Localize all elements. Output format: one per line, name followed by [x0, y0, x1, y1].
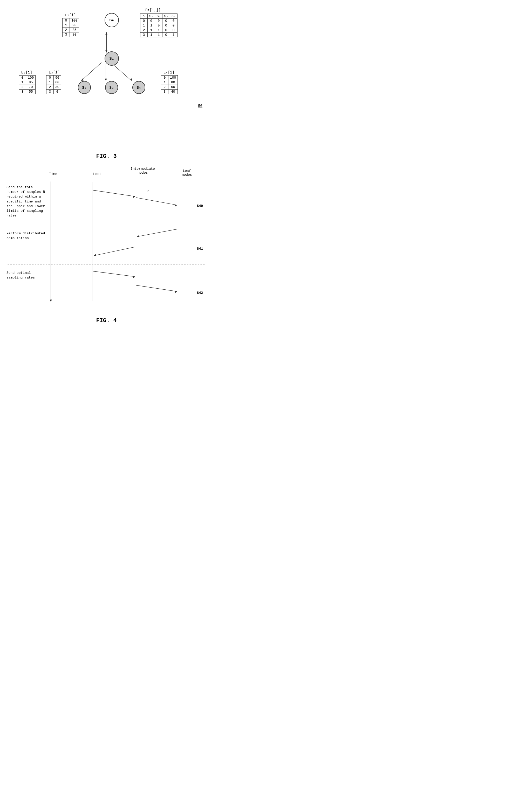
- fig3-diagram: S₀ S₁ S₂ S₃ S₄ E₁[i] 0100190285380 D₁[i,…: [5, 5, 208, 151]
- node-S1: S₁: [104, 51, 119, 66]
- svg-marker-9: [106, 32, 108, 35]
- node-S0: S₀: [104, 13, 119, 27]
- leaf-axis-label: Leaf nodes: [178, 169, 196, 177]
- svg-marker-1: [106, 50, 108, 53]
- svg-line-2: [82, 62, 101, 80]
- node-S3: S₃: [105, 81, 118, 94]
- r-label: R: [147, 189, 149, 193]
- svg-marker-7: [130, 78, 132, 81]
- s40-description: Send the total number of samples R requi…: [6, 185, 48, 218]
- svg-line-31: [136, 285, 177, 291]
- fig4-caption: FIG. 4: [5, 318, 208, 324]
- s42-ref: S42: [197, 291, 203, 295]
- svg-line-28: [93, 271, 135, 277]
- e4-table: 0100180260340: [161, 75, 178, 94]
- e1-table: 0100190285380: [62, 18, 79, 37]
- ref-num-50: 50: [198, 104, 203, 108]
- s42-description: Send optimal sampling rates: [6, 271, 48, 280]
- page: S₀ S₁ S₂ S₃ S₄ E₁[i] 0100190285380 D₁[i,…: [0, 0, 213, 334]
- fig4-diagram: Time Host Intermediate nodes Leaf nodes …: [5, 164, 208, 315]
- svg-marker-20: [175, 205, 177, 207]
- node-S4: S₄: [132, 81, 145, 94]
- svg-marker-23: [137, 235, 139, 237]
- svg-marker-26: [94, 254, 96, 256]
- d1-label: D₁[i,j]: [145, 8, 160, 12]
- svg-line-17: [93, 190, 135, 196]
- svg-marker-32: [175, 291, 177, 293]
- svg-line-25: [94, 247, 135, 256]
- node-S2: S₂: [78, 81, 91, 94]
- svg-marker-5: [105, 79, 107, 81]
- svg-marker-18: [133, 196, 135, 198]
- host-axis-label: Host: [90, 172, 105, 176]
- e3-table: 09016023030: [46, 75, 61, 94]
- svg-marker-3: [81, 78, 84, 81]
- intermediate-axis-label: Intermediate nodes: [129, 167, 157, 175]
- fig3-caption: FIG. 3: [5, 153, 208, 160]
- e2-label: E₂[i]: [21, 70, 32, 75]
- svg-line-22: [137, 229, 177, 237]
- svg-marker-29: [133, 276, 135, 278]
- d1-table: \S₁S₂S₃S₄ 00000110002110031101: [140, 14, 177, 37]
- s41-ref: S41: [197, 247, 203, 251]
- e3-label: E₃[i]: [49, 70, 60, 75]
- e2-table: 0100185270355: [19, 75, 36, 94]
- svg-marker-11: [50, 300, 52, 302]
- e1-label: E₁[i]: [65, 13, 76, 17]
- e4-label: E₄[i]: [164, 70, 174, 75]
- s41-description: Perform distributed computation: [6, 231, 48, 241]
- svg-line-19: [136, 197, 177, 205]
- time-axis-label: Time: [45, 172, 61, 176]
- s40-ref: S40: [197, 204, 203, 208]
